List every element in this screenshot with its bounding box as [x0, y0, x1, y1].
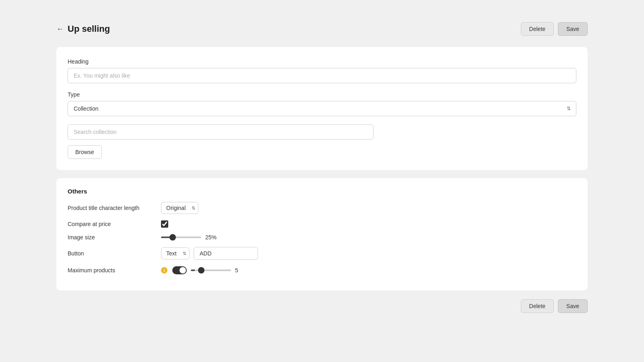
- search-group: Browse: [68, 124, 576, 159]
- image-size-slider[interactable]: [161, 237, 201, 238]
- product-title-select[interactable]: Original 20 30 40 50: [161, 202, 198, 214]
- search-collection-input[interactable]: [68, 124, 374, 140]
- type-select[interactable]: Collection Product Manual: [68, 101, 576, 116]
- others-card: Others Product title character length Or…: [56, 178, 588, 290]
- maximum-products-toggle[interactable]: [172, 266, 187, 274]
- button-text-input[interactable]: ADD: [194, 247, 258, 260]
- product-title-label: Product title character length: [68, 205, 156, 211]
- compare-at-price-row: Compare at price: [68, 220, 576, 228]
- heading-label: Heading: [68, 58, 576, 65]
- button-row: Button Text Icon ⇅ ADD: [68, 247, 576, 260]
- type-group: Type Collection Product Manual ⇅: [68, 91, 576, 116]
- save-button-bottom[interactable]: Save: [558, 299, 588, 313]
- maximum-products-slider[interactable]: [191, 269, 231, 271]
- button-type-select[interactable]: Text Icon: [161, 247, 190, 259]
- button-controls: Text Icon ⇅ ADD: [161, 247, 258, 260]
- browse-button[interactable]: Browse: [68, 145, 102, 159]
- top-bar: ← Up selling Delete Save: [56, 22, 588, 36]
- delete-button-bottom[interactable]: Delete: [521, 299, 554, 313]
- back-button[interactable]: ←: [56, 25, 64, 33]
- heading-group: Heading: [68, 58, 576, 83]
- image-size-slider-container: 25%: [161, 234, 217, 241]
- image-size-value: 25%: [205, 234, 217, 241]
- image-size-row: Image size 25%: [68, 234, 576, 241]
- main-card: Heading Type Collection Product Manual ⇅…: [56, 47, 588, 170]
- title-area: ← Up selling: [56, 24, 110, 34]
- type-label: Type: [68, 91, 576, 98]
- type-select-wrapper: Collection Product Manual ⇅: [68, 101, 576, 116]
- image-size-label: Image size: [68, 234, 156, 241]
- maximum-products-label: Maximum products: [68, 267, 156, 274]
- product-title-select-wrapper: Original 20 30 40 50 ⇅: [161, 202, 198, 214]
- maximum-products-row: Maximum products i 5: [68, 266, 576, 274]
- maximum-products-value: 5: [235, 267, 238, 274]
- product-title-row: Product title character length Original …: [68, 202, 576, 214]
- compare-at-price-label: Compare at price: [68, 221, 156, 227]
- delete-button-top[interactable]: Delete: [521, 22, 554, 36]
- button-type-select-wrapper: Text Icon ⇅: [161, 247, 190, 259]
- top-actions: Delete Save: [521, 22, 588, 36]
- bottom-actions: Delete Save: [56, 299, 588, 313]
- maximum-products-info-icon[interactable]: i: [161, 267, 167, 274]
- compare-at-price-checkbox[interactable]: [161, 220, 168, 228]
- button-label: Button: [68, 250, 156, 257]
- maximum-products-controls: 5: [172, 266, 238, 274]
- others-title: Others: [68, 188, 576, 195]
- page-title: Up selling: [68, 24, 110, 34]
- heading-input[interactable]: [68, 68, 576, 83]
- save-button-top[interactable]: Save: [558, 22, 588, 36]
